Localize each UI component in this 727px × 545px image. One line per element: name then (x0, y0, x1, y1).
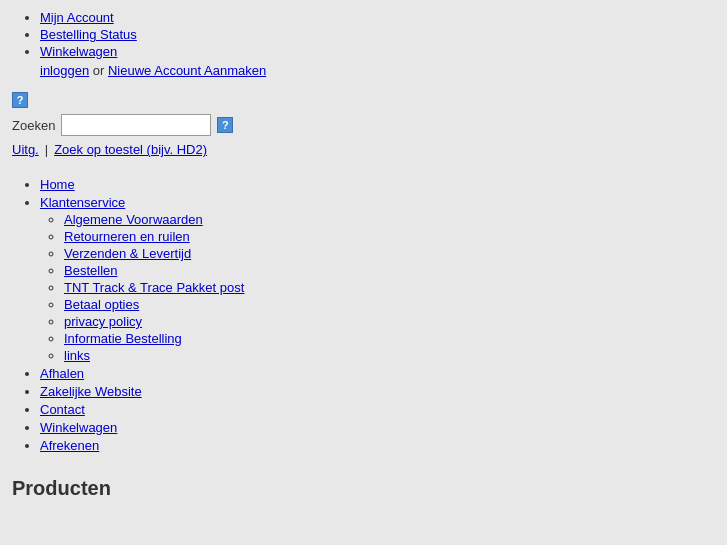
search-input[interactable] (61, 114, 211, 136)
list-item: Mijn Account (40, 10, 715, 25)
algemene-voorwaarden-link[interactable]: Algemene Voorwaarden (64, 212, 203, 227)
list-item: Algemene Voorwaarden (64, 212, 715, 227)
device-search-link[interactable]: Zoek op toestel (bijv. HD2) (54, 142, 207, 157)
bestellen-link[interactable]: Bestellen (64, 263, 117, 278)
list-item: Informatie Bestelling (64, 331, 715, 346)
help-icon-small[interactable]: ? (217, 117, 233, 133)
list-item: TNT Track & Trace Pakket post (64, 280, 715, 295)
top-nav-list: Mijn Account Bestelling Status Winkelwag… (12, 10, 715, 59)
winkelwagen-nav-link[interactable]: Winkelwagen (40, 420, 117, 435)
verzenden-link[interactable]: Verzenden & Levertijd (64, 246, 191, 261)
inloggen-link[interactable]: inloggen (40, 63, 89, 78)
klantenservice-submenu: Algemene Voorwaarden Retourneren en ruil… (40, 212, 715, 363)
list-item: links (64, 348, 715, 363)
privacy-link[interactable]: privacy policy (64, 314, 142, 329)
informatie-link[interactable]: Informatie Bestelling (64, 331, 182, 346)
list-item: Contact (40, 402, 715, 417)
tnt-link[interactable]: TNT Track & Trace Pakket post (64, 280, 244, 295)
list-item: Betaal opties (64, 297, 715, 312)
advanced-search-link[interactable]: Uitg. (12, 142, 39, 157)
afrekenen-link[interactable]: Afrekenen (40, 438, 99, 453)
retourneren-link[interactable]: Retourneren en ruilen (64, 229, 190, 244)
list-item: Afhalen (40, 366, 715, 381)
list-item: Zakelijke Website (40, 384, 715, 399)
help-icon-top[interactable]: ? (12, 92, 28, 108)
producten-title: Producten (12, 477, 715, 500)
login-line: inloggen or Nieuwe Account Aanmaken (12, 63, 715, 78)
main-nav-list: Home Klantenservice Algemene Voorwaarden… (12, 177, 715, 453)
separator: | (45, 142, 48, 157)
list-item: Bestelling Status (40, 27, 715, 42)
bestelling-status-link[interactable]: Bestelling Status (40, 27, 137, 42)
top-nav: Mijn Account Bestelling Status Winkelwag… (12, 10, 715, 78)
list-item: Klantenservice Algemene Voorwaarden Reto… (40, 195, 715, 363)
or-text: or (93, 63, 105, 78)
new-account-link[interactable]: Nieuwe Account Aanmaken (108, 63, 266, 78)
list-item: Winkelwagen (40, 420, 715, 435)
list-item: privacy policy (64, 314, 715, 329)
home-link[interactable]: Home (40, 177, 75, 192)
search-row: Zoeken ? (12, 114, 715, 136)
advanced-search-row: Uitg. | Zoek op toestel (bijv. HD2) (12, 142, 715, 157)
main-nav: Home Klantenservice Algemene Voorwaarden… (12, 177, 715, 453)
list-item: Retourneren en ruilen (64, 229, 715, 244)
search-label: Zoeken (12, 118, 55, 133)
klantenservice-link[interactable]: Klantenservice (40, 195, 125, 210)
list-item: Bestellen (64, 263, 715, 278)
zakelijke-website-link[interactable]: Zakelijke Website (40, 384, 142, 399)
list-item: Winkelwagen (40, 44, 715, 59)
help-icon-container: ? (12, 92, 715, 108)
afhalen-link[interactable]: Afhalen (40, 366, 84, 381)
list-item: Verzenden & Levertijd (64, 246, 715, 261)
winkelwagen-link[interactable]: Winkelwagen (40, 44, 117, 59)
list-item: Afrekenen (40, 438, 715, 453)
mijn-account-link[interactable]: Mijn Account (40, 10, 114, 25)
betaal-link[interactable]: Betaal opties (64, 297, 139, 312)
contact-link[interactable]: Contact (40, 402, 85, 417)
links-link[interactable]: links (64, 348, 90, 363)
list-item: Home (40, 177, 715, 192)
